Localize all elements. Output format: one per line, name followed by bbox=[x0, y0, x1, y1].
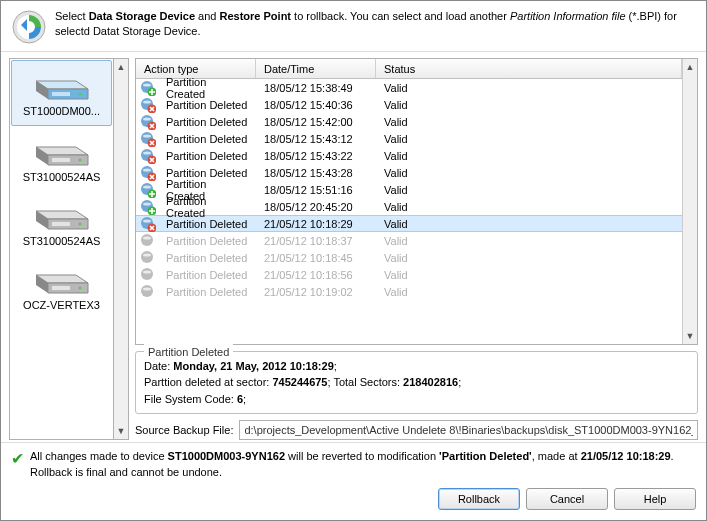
device-list-view[interactable]: ST1000DM00... ST31000524AS ST31000524AS … bbox=[9, 58, 114, 440]
svg-point-48 bbox=[143, 219, 151, 222]
cell-action: Partition Deleted bbox=[158, 116, 256, 128]
cell-action: Partition Created bbox=[158, 76, 256, 100]
rollback-button[interactable]: Rollback bbox=[438, 488, 520, 510]
svg-point-45 bbox=[143, 202, 151, 205]
partition-deleted-icon bbox=[140, 114, 156, 130]
cell-status: Valid bbox=[376, 150, 682, 162]
table-body[interactable]: Partition Created 18/05/12 15:38:49 Vali… bbox=[136, 79, 682, 300]
svg-point-12 bbox=[78, 159, 81, 162]
cell-datetime: 21/05/12 10:18:45 bbox=[256, 252, 376, 264]
device-item[interactable]: ST31000524AS bbox=[10, 127, 113, 191]
svg-rect-16 bbox=[52, 222, 70, 226]
svg-point-17 bbox=[78, 223, 81, 226]
cell-action: Partition Deleted bbox=[158, 286, 256, 298]
cell-status: Valid bbox=[376, 218, 682, 230]
cell-action: Partition Created bbox=[158, 195, 256, 219]
scroll-down-icon[interactable]: ▼ bbox=[114, 423, 128, 439]
partition-deleted-icon bbox=[140, 267, 156, 283]
cell-action: Partition Deleted bbox=[158, 133, 256, 145]
svg-point-50 bbox=[141, 234, 153, 246]
device-item[interactable]: OCZ-VERTEX3 bbox=[10, 255, 113, 319]
cell-action: Partition Deleted bbox=[158, 150, 256, 162]
table-row[interactable]: Partition Deleted 18/05/12 15:40:36 Vali… bbox=[136, 96, 682, 113]
cell-datetime: 18/05/12 15:43:12 bbox=[256, 133, 376, 145]
col-status[interactable]: Status bbox=[376, 59, 682, 78]
cancel-button[interactable]: Cancel bbox=[526, 488, 608, 510]
hdd-icon bbox=[32, 199, 92, 231]
device-list-scrollbar[interactable]: ▲ ▼ bbox=[114, 58, 129, 440]
device-label: OCZ-VERTEX3 bbox=[23, 299, 100, 311]
source-backup-input[interactable] bbox=[239, 420, 698, 440]
table-row: Partition Deleted 21/05/12 10:18:56 Vali… bbox=[136, 266, 682, 283]
status-text: All changes made to device ST1000DM003-9… bbox=[30, 449, 696, 480]
device-item[interactable]: ST31000524AS bbox=[10, 191, 113, 255]
device-label: ST1000DM00... bbox=[23, 105, 100, 117]
hdd-icon bbox=[32, 69, 92, 101]
svg-point-55 bbox=[143, 270, 151, 273]
details-panel: Partition Deleted Date: Monday, 21 May, … bbox=[135, 351, 698, 415]
svg-point-30 bbox=[143, 117, 151, 120]
help-button[interactable]: Help bbox=[614, 488, 696, 510]
cell-status: Valid bbox=[376, 286, 682, 298]
partition-deleted-icon bbox=[140, 97, 156, 113]
hdd-icon bbox=[32, 263, 92, 295]
cell-datetime: 18/05/12 15:42:00 bbox=[256, 116, 376, 128]
header-text: Select Data Storage Device and Restore P… bbox=[55, 9, 696, 40]
details-legend: Partition Deleted bbox=[144, 344, 233, 361]
svg-rect-11 bbox=[52, 158, 70, 162]
table-row[interactable]: Partition Deleted 18/05/12 15:43:12 Vali… bbox=[136, 130, 682, 147]
svg-point-22 bbox=[78, 287, 81, 290]
device-list: ST1000DM00... ST31000524AS ST31000524AS … bbox=[9, 58, 129, 440]
cell-status: Valid bbox=[376, 99, 682, 111]
svg-rect-6 bbox=[52, 92, 70, 96]
cell-status: Valid bbox=[376, 235, 682, 247]
cell-datetime: 18/05/12 20:45:20 bbox=[256, 201, 376, 213]
cell-datetime: 18/05/12 15:43:22 bbox=[256, 150, 376, 162]
scroll-up-icon[interactable]: ▲ bbox=[683, 59, 697, 75]
cell-datetime: 18/05/12 15:51:16 bbox=[256, 184, 376, 196]
check-icon: ✔ bbox=[11, 451, 24, 467]
device-item[interactable]: ST1000DM00... bbox=[11, 60, 112, 126]
partition-deleted-icon bbox=[140, 148, 156, 164]
cell-datetime: 21/05/12 10:18:56 bbox=[256, 269, 376, 281]
partition-deleted-icon bbox=[140, 165, 156, 181]
cell-datetime: 18/05/12 15:40:36 bbox=[256, 99, 376, 111]
table-row: Partition Deleted 21/05/12 10:18:37 Vali… bbox=[136, 232, 682, 249]
svg-point-54 bbox=[141, 268, 153, 280]
svg-point-39 bbox=[143, 168, 151, 171]
svg-point-27 bbox=[143, 100, 151, 103]
device-label: ST31000524AS bbox=[23, 235, 101, 247]
cell-datetime: 18/05/12 15:43:28 bbox=[256, 167, 376, 179]
cell-status: Valid bbox=[376, 82, 682, 94]
svg-point-7 bbox=[78, 93, 81, 96]
cell-datetime: 21/05/12 10:18:29 bbox=[256, 218, 376, 230]
col-datetime[interactable]: Date/Time bbox=[256, 59, 376, 78]
table-scrollbar[interactable]: ▲ ▼ bbox=[682, 59, 697, 344]
partition-deleted-icon bbox=[140, 284, 156, 300]
button-bar: Rollback Cancel Help bbox=[1, 480, 706, 520]
svg-point-52 bbox=[141, 251, 153, 263]
source-label: Source Backup File: bbox=[135, 424, 233, 436]
cell-status: Valid bbox=[376, 269, 682, 281]
svg-point-51 bbox=[143, 236, 151, 239]
device-label: ST31000524AS bbox=[23, 171, 101, 183]
table-row[interactable]: Partition Created 18/05/12 20:45:20 Vali… bbox=[136, 198, 682, 215]
svg-point-57 bbox=[143, 287, 151, 290]
cell-action: Partition Deleted bbox=[158, 269, 256, 281]
table-row[interactable]: Partition Deleted 18/05/12 15:43:22 Vali… bbox=[136, 147, 682, 164]
cell-status: Valid bbox=[376, 133, 682, 145]
cell-datetime: 18/05/12 15:38:49 bbox=[256, 82, 376, 94]
cell-status: Valid bbox=[376, 167, 682, 179]
partition-deleted-icon bbox=[140, 250, 156, 266]
cell-status: Valid bbox=[376, 252, 682, 264]
table-row[interactable]: Partition Created 18/05/12 15:38:49 Vali… bbox=[136, 79, 682, 96]
scroll-up-icon[interactable]: ▲ bbox=[114, 59, 128, 75]
partition-created-icon bbox=[140, 199, 156, 215]
restore-points-table: Action type Date/Time Status Partition C… bbox=[135, 58, 698, 345]
table-row[interactable]: Partition Deleted 21/05/12 10:18:29 Vali… bbox=[136, 215, 682, 232]
scroll-down-icon[interactable]: ▼ bbox=[683, 328, 697, 344]
cell-status: Valid bbox=[376, 201, 682, 213]
svg-point-53 bbox=[143, 253, 151, 256]
svg-point-36 bbox=[143, 151, 151, 154]
table-row[interactable]: Partition Deleted 18/05/12 15:42:00 Vali… bbox=[136, 113, 682, 130]
